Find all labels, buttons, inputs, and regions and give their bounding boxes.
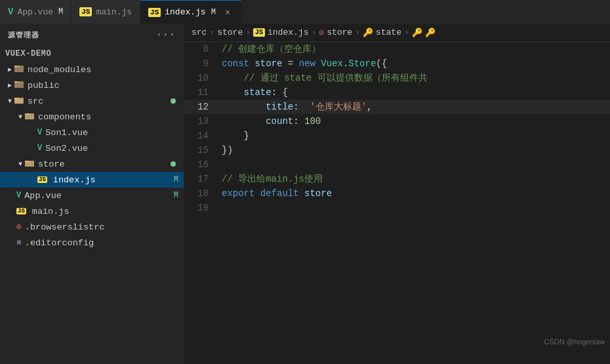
code-line-8: 8 // 创建仓库（空仓库） (184, 42, 610, 56)
sidebar-title: 源管理器 (8, 30, 39, 40)
line-number: 18 (186, 186, 219, 201)
line-number: 17 (186, 172, 219, 186)
tree-item-src[interactable]: ▼ src (0, 93, 184, 109)
badge: M (174, 191, 178, 200)
item-label: index.js (53, 175, 174, 185)
tree-item-index-js[interactable]: JS index.js M (0, 172, 184, 188)
line-number: 16 (186, 157, 219, 172)
breadcrumb-title: 🔑 (425, 28, 436, 38)
js-file-icon: JS (16, 208, 26, 214)
line-content: title: '仓库大标题', (219, 100, 610, 114)
breadcrumb-src: src (192, 28, 207, 37)
line-content: state: { (219, 85, 610, 100)
tab-bar: V App.vue M JS main.js JS index.js M ✕ (0, 0, 610, 24)
tab-index-js[interactable]: JS index.js M ✕ (140, 0, 241, 24)
breadcrumb-index-js: index.js (268, 28, 308, 37)
code-container[interactable]: 8 // 创建仓库（空仓库） 9 const store = new Vuex.… (184, 42, 610, 364)
tree-item-browserslistrc[interactable]: ⊙ .browserslistrc (0, 219, 184, 235)
line-content: const store = new Vuex.Store({ (219, 56, 610, 71)
tab-label: index.js (165, 7, 205, 17)
code-line-9: 9 const store = new Vuex.Store({ (184, 56, 610, 71)
code-line-17: 17 // 导出给main.js使用 (184, 172, 610, 186)
vue-icon: V (37, 144, 42, 153)
tree-item-components[interactable]: ▼ components (0, 109, 184, 125)
code-line-18: 18 export default store (184, 186, 610, 201)
breadcrumb-state: state (376, 28, 401, 37)
chevron-down-icon: ▼ (18, 113, 22, 121)
tab-main-js[interactable]: JS main.js (71, 0, 140, 24)
line-content: // 导出给main.js使用 (219, 172, 610, 186)
tab-badge: M (58, 7, 63, 16)
item-label: .browserslistrc (25, 222, 184, 232)
item-label: Son1.vue (45, 128, 184, 138)
item-label: store (38, 159, 171, 169)
item-label: components (38, 112, 184, 122)
editor-area: src › store › JS index.js › ⊙ store › 🔑 … (184, 24, 610, 364)
chevron-right-icon: ▶ (8, 66, 12, 73)
line-number: 19 (186, 201, 219, 215)
vue-icon: V (8, 7, 13, 17)
folder-open-icon (24, 157, 35, 171)
root-label: VUEX-DEMO (5, 49, 51, 58)
editor-icon: ≡ (16, 238, 22, 248)
modified-dot (171, 161, 176, 167)
item-label: App.vue (24, 191, 174, 201)
modified-dot (171, 98, 176, 104)
watermark: CSDN @hogenlaw (544, 338, 605, 346)
js-badge: JS (253, 28, 265, 37)
line-number: 11 (186, 85, 219, 100)
tree-item-main-js[interactable]: JS main.js (0, 203, 184, 219)
item-label: src (28, 96, 171, 106)
sidebar-header: 源管理器 ··· (0, 24, 184, 46)
line-content: }) (219, 143, 610, 157)
js-icon: JS (148, 8, 161, 17)
more-icon[interactable]: ··· (155, 29, 176, 41)
browser-icon: ⊙ (16, 222, 22, 232)
breadcrumb-sep: › (311, 28, 316, 37)
breadcrumb-sep: › (404, 28, 409, 37)
line-content: } (219, 129, 610, 143)
line-number: 12 (186, 100, 219, 114)
item-label: Son2.vue (45, 144, 184, 153)
tree-item-node-modules[interactable]: ▶ node_modules (0, 62, 184, 77)
line-content: export default store (219, 186, 610, 201)
js-icon: JS (79, 7, 92, 16)
tree-item-app-vue[interactable]: V App.vue M (0, 188, 184, 203)
tree-item-son1[interactable]: V Son1.vue (0, 125, 184, 140)
tab-label: main.js (96, 7, 132, 17)
line-number: 14 (186, 129, 219, 143)
breadcrumb-sep: › (355, 28, 360, 37)
tree-item-store[interactable]: ▼ store (0, 156, 184, 172)
breadcrumb-store-item: store (327, 28, 352, 37)
close-icon[interactable]: ✕ (222, 7, 233, 18)
line-number: 13 (186, 114, 219, 129)
vue-icon: V (37, 128, 42, 137)
line-number: 8 (186, 42, 219, 56)
item-label: public (28, 81, 184, 91)
js-file-icon: JS (37, 176, 47, 183)
code-line-14: 14 } (184, 129, 610, 143)
line-content: // 创建仓库（空仓库） (219, 42, 610, 56)
store-icon: ⊙ (319, 28, 324, 38)
chevron-down-icon: ▼ (18, 161, 22, 168)
code-line-19: 19 (184, 201, 610, 215)
badge: M (174, 175, 178, 184)
key-icon: 🔑 (363, 28, 373, 38)
code-line-15: 15 }) (184, 143, 610, 157)
code-line-10: 10 // 通过 state 可以提供数据（所有组件共 (184, 71, 610, 85)
tab-app-vue[interactable]: V App.vue M (0, 0, 71, 24)
tree-item-editorconfig[interactable]: ≡ .editorconfig (0, 235, 184, 251)
item-label: node_modules (28, 65, 184, 75)
vue-icon: V (16, 191, 21, 200)
tree-root: VUEX-DEMO (0, 46, 184, 62)
line-number: 10 (186, 71, 219, 85)
tree-item-son2[interactable]: V Son2.vue (0, 140, 184, 156)
sidebar: 源管理器 ··· VUEX-DEMO ▶ node_modules ▶ (0, 24, 184, 364)
folder-icon (14, 79, 24, 92)
breadcrumb-sep: › (209, 28, 214, 37)
tree-item-public[interactable]: ▶ public (0, 77, 184, 93)
chevron-down-icon: ▼ (8, 98, 12, 105)
code-line-12: 12 title: '仓库大标题', (184, 100, 610, 114)
breadcrumb: src › store › JS index.js › ⊙ store › 🔑 … (184, 24, 610, 42)
folder-open-icon (24, 110, 35, 123)
